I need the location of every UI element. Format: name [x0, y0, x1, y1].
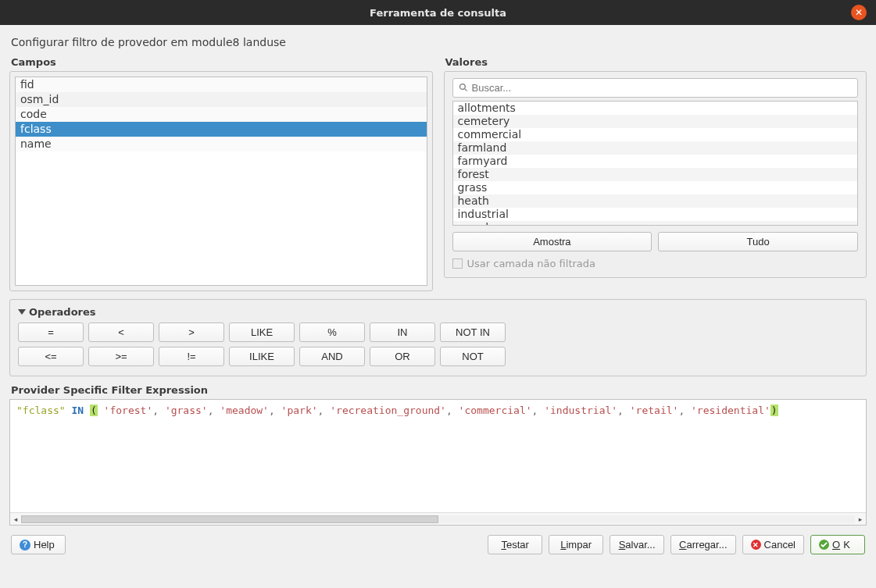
cancel-label: Cancel	[764, 539, 796, 551]
close-icon: ✕	[855, 7, 863, 18]
field-item[interactable]: fclass	[16, 122, 427, 137]
value-item[interactable]: heath	[453, 194, 858, 208]
clear-button[interactable]: Limpar	[549, 535, 603, 554]
operator-button[interactable]: NOT IN	[440, 323, 506, 342]
value-item[interactable]: farmyard	[453, 155, 858, 168]
value-item[interactable]: cemetery	[453, 115, 858, 128]
operator-button[interactable]: <	[88, 323, 154, 342]
window-title: Ferramenta de consulta	[370, 7, 506, 19]
value-item[interactable]: commercial	[453, 128, 858, 141]
cancel-button[interactable]: ✕ Cancel	[742, 535, 804, 554]
all-button[interactable]: Tudo	[658, 232, 858, 251]
bottom-bar: ? Help Testar Limpar Salvar... Carregar.…	[9, 535, 867, 554]
operator-button[interactable]: AND	[299, 347, 365, 366]
expression-editor[interactable]: "fclass" IN ( 'forest', 'grass', 'meadow…	[10, 400, 866, 512]
operators-row-2: <=>=!=ILIKEANDORNOT	[18, 347, 858, 366]
search-icon	[459, 83, 468, 92]
operator-button[interactable]: =	[18, 323, 84, 342]
sample-button[interactable]: Amostra	[452, 232, 653, 251]
operator-button[interactable]: >	[159, 323, 224, 342]
values-listbox[interactable]: allotmentscemeterycommercialfarmlandfarm…	[452, 101, 859, 226]
use-unfiltered-label: Usar camada não filtrada	[467, 258, 596, 269]
value-item[interactable]: meadow	[453, 221, 858, 226]
subtitle: Configurar filtro de provedor em module8…	[11, 36, 867, 48]
help-button[interactable]: ? Help	[11, 535, 66, 554]
test-button[interactable]: Testar	[488, 535, 542, 554]
value-item[interactable]: grass	[453, 181, 858, 194]
values-label: Valores	[445, 56, 867, 68]
value-item[interactable]: farmland	[453, 141, 858, 155]
scroll-left-icon[interactable]: ◂	[10, 514, 21, 525]
chevron-down-icon	[18, 309, 26, 315]
operators-row-1: =<>LIKE%INNOT IN	[18, 323, 858, 342]
field-item[interactable]: name	[16, 137, 427, 151]
value-item[interactable]: forest	[453, 168, 858, 181]
ok-icon	[819, 540, 829, 550]
help-icon: ?	[20, 540, 30, 551]
value-item[interactable]: allotments	[453, 102, 858, 115]
operator-button[interactable]: >=	[88, 347, 154, 366]
field-item[interactable]: osm_id	[16, 92, 427, 107]
fields-label: Campos	[11, 56, 433, 68]
operators-label: Operadores	[29, 306, 96, 318]
operators-header[interactable]: Operadores	[18, 306, 858, 318]
checkbox-icon	[452, 258, 463, 269]
ok-button[interactable]: OK	[810, 535, 865, 554]
save-button[interactable]: Salvar...	[610, 535, 664, 554]
values-section: Valores allotmentscemeterycommercialfarm…	[444, 55, 867, 291]
values-search-input[interactable]	[452, 78, 859, 98]
value-item[interactable]: industrial	[453, 208, 858, 221]
expression-section: Provider Specific Filter Expression "fcl…	[9, 384, 867, 526]
operator-button[interactable]: <=	[18, 347, 84, 366]
dialog-body: Configurar filtro de provedor em module8…	[0, 25, 876, 562]
operator-button[interactable]: NOT	[440, 347, 506, 366]
load-button[interactable]: Carregar...	[670, 535, 735, 554]
cancel-icon: ✕	[751, 540, 761, 550]
operator-button[interactable]: LIKE	[229, 323, 295, 342]
help-label: Help	[34, 539, 55, 551]
expression-label: Provider Specific Filter Expression	[11, 384, 867, 396]
operator-button[interactable]: OR	[370, 347, 435, 366]
field-item[interactable]: fid	[16, 77, 427, 92]
fields-listbox[interactable]: fidosm_idcodefclassname	[15, 77, 427, 286]
operators-panel: Operadores =<>LIKE%INNOT IN <=>=!=ILIKEA…	[9, 299, 867, 376]
use-unfiltered-checkbox: Usar camada não filtrada	[452, 258, 859, 269]
close-button[interactable]: ✕	[851, 5, 867, 20]
operator-button[interactable]: IN	[370, 323, 435, 342]
operator-button[interactable]: !=	[159, 347, 224, 366]
scroll-right-icon[interactable]: ▸	[855, 514, 866, 525]
operator-button[interactable]: %	[299, 323, 365, 342]
titlebar: Ferramenta de consulta ✕	[0, 0, 876, 25]
horizontal-scrollbar[interactable]: ◂ ▸	[10, 512, 866, 525]
fields-section: Campos fidosm_idcodefclassname	[9, 55, 433, 291]
field-item[interactable]: code	[16, 107, 427, 122]
operator-button[interactable]: ILIKE	[229, 347, 295, 366]
